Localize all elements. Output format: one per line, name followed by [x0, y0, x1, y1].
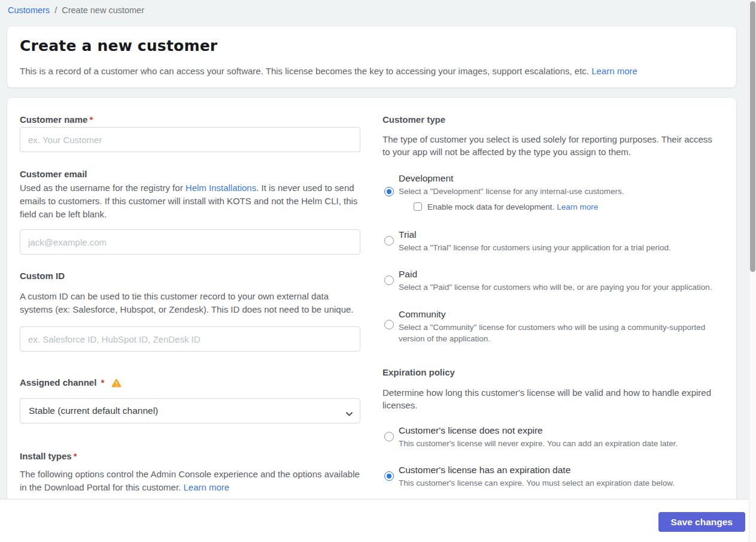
option-desc-community: Select a "Community" license for custome…	[399, 322, 716, 345]
customer-name-label: Customer name*	[20, 114, 360, 126]
option-label-trial: Trial	[399, 229, 716, 241]
custom-id-input[interactable]	[20, 326, 360, 352]
custom-id-label: Custom ID	[20, 270, 360, 282]
option-desc-development: Select a "Development" license for any i…	[399, 186, 716, 198]
breadcrumb-customers-link[interactable]: Customers	[8, 5, 50, 15]
expiration-option-no-expire: Customer's license does not expire This …	[382, 425, 716, 450]
option-desc-paid: Select a "Paid" license for customers wh…	[399, 281, 716, 293]
option-label-community: Community	[399, 308, 716, 320]
mock-data-label-text: Enable mock data for development.	[427, 202, 557, 211]
customer-type-option-community: Community Select a "Community" license f…	[382, 308, 716, 345]
mock-data-learn-more-link[interactable]: Learn more	[557, 202, 598, 211]
customer-name-input[interactable]	[20, 127, 360, 152]
mock-data-checkbox-label: Enable mock data for development. Learn …	[427, 202, 598, 212]
page-subtitle: This is a record of a customer who can a…	[20, 65, 724, 77]
header-learn-more-link[interactable]: Learn more	[591, 66, 637, 76]
option-label-paid: Paid	[399, 268, 716, 280]
customer-type-option-paid: Paid Select a "Paid" license for custome…	[382, 268, 716, 293]
warning-icon	[111, 379, 122, 390]
required-asterisk: *	[89, 114, 93, 125]
assigned-channel-select[interactable]: Stable (current default channel)	[20, 398, 360, 423]
option-desc-has-date: This customer's license can expire. You …	[399, 477, 716, 489]
customer-email-label: Customer email	[20, 168, 360, 180]
customer-type-option-development: Development Select a "Development" licen…	[382, 172, 716, 212]
mock-data-checkbox-row: Enable mock data for development. Learn …	[414, 202, 716, 212]
save-changes-button[interactable]: Save changes	[658, 512, 745, 532]
radio-community[interactable]	[384, 320, 394, 329]
assigned-channel-label: Assigned channel*	[20, 377, 360, 390]
expiration-policy-intro: Determine how long this customer's licen…	[382, 386, 716, 411]
breadcrumb-current: Create new customer	[62, 5, 144, 15]
install-types-learn-more-link[interactable]: Learn more	[183, 482, 229, 492]
radio-trial[interactable]	[384, 236, 394, 246]
expiration-option-has-date: Customer's license has an expiration dat…	[382, 464, 716, 489]
option-label-has-date: Customer's license has an expiration dat…	[399, 464, 716, 476]
assigned-channel-label-text: Assigned channel	[20, 377, 96, 387]
custom-id-description: A custom ID can be used to tie this cust…	[20, 290, 360, 316]
required-asterisk: *	[74, 451, 77, 461]
customer-type-heading: Customer type	[382, 114, 716, 126]
assigned-channel-selected-value: Stable (current default channel)	[29, 405, 158, 416]
radio-development[interactable]	[384, 187, 394, 196]
option-label-development: Development	[399, 172, 716, 184]
required-asterisk: *	[101, 377, 104, 387]
customer-email-description: Used as the username for the registry fo…	[20, 181, 360, 221]
radio-license-has-expiration[interactable]	[384, 471, 394, 481]
customer-email-input[interactable]	[20, 229, 360, 255]
install-types-label-text: Install types	[20, 451, 72, 461]
customer-type-intro: The type of customer you select is used …	[382, 133, 716, 158]
breadcrumb: Customers / Create new customer	[8, 5, 147, 15]
page-subtitle-text: This is a record of a customer who can a…	[20, 66, 589, 76]
form-right-column: Customer type The type of customer you s…	[382, 114, 716, 494]
option-desc-trial: Select a "Trial" license for customers u…	[399, 242, 716, 254]
footer-action-bar: Save changes	[0, 499, 756, 542]
chevron-down-icon	[346, 408, 353, 419]
radio-paid[interactable]	[384, 275, 394, 285]
expiration-policy-heading: Expiration policy	[382, 367, 716, 379]
vertical-scrollbar[interactable]	[749, 0, 756, 542]
radio-license-does-not-expire[interactable]	[384, 432, 394, 441]
customer-name-label-text: Customer name	[20, 114, 87, 125]
install-types-description: The following options control the Admin …	[20, 468, 360, 494]
breadcrumb-separator: /	[54, 5, 57, 15]
email-desc-before: Used as the username for the registry fo…	[20, 183, 186, 193]
mock-data-checkbox[interactable]	[414, 202, 422, 211]
customer-type-option-trial: Trial Select a "Trial" license for custo…	[382, 229, 716, 254]
option-label-no-expire: Customer's license does not expire	[399, 425, 716, 437]
form-left-column: Customer name* Customer email Used as th…	[20, 114, 360, 494]
customer-form-card: Customer name* Customer email Used as th…	[7, 98, 736, 524]
option-desc-no-expire: This customer's license will never expir…	[399, 438, 716, 450]
helm-installations-link[interactable]: Helm Installations	[186, 183, 256, 193]
page-title: Create a new customer	[20, 37, 724, 54]
page-header-card: Create a new customer This is a record o…	[7, 26, 736, 87]
scrollbar-thumb[interactable]	[750, 1, 755, 272]
install-types-label: Install types*	[20, 450, 360, 462]
